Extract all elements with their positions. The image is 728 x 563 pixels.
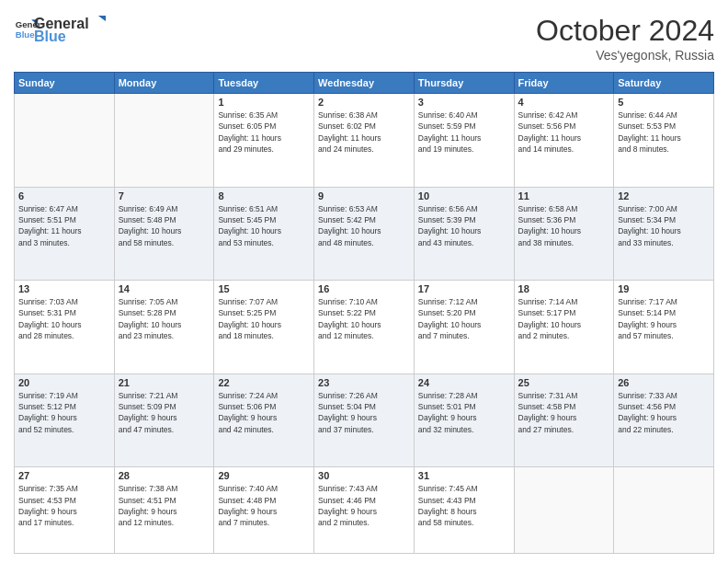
day-number: 21: [119, 377, 210, 388]
day-info: Sunrise: 6:58 AMSunset: 5:36 PMDaylight:…: [518, 203, 610, 248]
day-info: Sunrise: 6:49 AMSunset: 5:48 PMDaylight:…: [119, 203, 210, 248]
table-row: 24Sunrise: 7:28 AMSunset: 5:01 PMDayligh…: [414, 373, 514, 467]
day-number: 26: [618, 377, 710, 388]
day-info: Sunrise: 7:14 AMSunset: 5:17 PMDaylight:…: [518, 296, 610, 341]
table-row: 28Sunrise: 7:38 AMSunset: 4:51 PMDayligh…: [114, 467, 214, 554]
day-number: 4: [518, 97, 610, 108]
day-info: Sunrise: 7:24 AMSunset: 5:06 PMDaylight:…: [218, 390, 310, 435]
table-row: 8Sunrise: 6:51 AMSunset: 5:45 PMDaylight…: [214, 187, 314, 281]
table-row: 4Sunrise: 6:42 AMSunset: 5:56 PMDaylight…: [514, 94, 614, 188]
day-info: Sunrise: 6:38 AMSunset: 6:02 PMDaylight:…: [318, 109, 410, 155]
day-info: Sunrise: 6:42 AMSunset: 5:56 PMDaylight:…: [518, 109, 610, 155]
day-info: Sunrise: 7:38 AMSunset: 4:51 PMDaylight:…: [119, 483, 210, 528]
day-info: Sunrise: 7:19 AMSunset: 5:12 PMDaylight:…: [18, 390, 110, 435]
day-number: 20: [18, 377, 110, 388]
day-number: 5: [618, 97, 710, 108]
header-friday: Friday: [514, 73, 614, 94]
day-number: 17: [418, 283, 510, 294]
header-tuesday: Tuesday: [214, 73, 314, 94]
day-info: Sunrise: 7:17 AMSunset: 5:14 PMDaylight:…: [618, 296, 710, 341]
table-row: 23Sunrise: 7:26 AMSunset: 5:04 PMDayligh…: [314, 373, 415, 467]
table-row: 26Sunrise: 7:33 AMSunset: 4:56 PMDayligh…: [614, 373, 714, 467]
table-row: 25Sunrise: 7:31 AMSunset: 4:58 PMDayligh…: [514, 373, 614, 467]
table-row: 27Sunrise: 7:35 AMSunset: 4:53 PMDayligh…: [15, 467, 115, 554]
day-info: Sunrise: 7:45 AMSunset: 4:43 PMDaylight:…: [418, 483, 510, 528]
day-info: Sunrise: 7:07 AMSunset: 5:25 PMDaylight:…: [218, 296, 310, 341]
day-number: 29: [218, 470, 310, 481]
table-row: 5Sunrise: 6:44 AMSunset: 5:53 PMDaylight…: [614, 94, 714, 188]
logo-blue: Blue: [34, 29, 106, 45]
table-row: 15Sunrise: 7:07 AMSunset: 5:25 PMDayligh…: [214, 281, 314, 374]
day-number: 15: [218, 283, 310, 294]
table-row: 3Sunrise: 6:40 AMSunset: 5:59 PMDaylight…: [414, 94, 514, 188]
day-info: Sunrise: 6:47 AMSunset: 5:51 PMDaylight:…: [18, 203, 110, 248]
day-number: 9: [318, 190, 410, 201]
day-info: Sunrise: 6:56 AMSunset: 5:39 PMDaylight:…: [418, 203, 510, 248]
table-row: 14Sunrise: 7:05 AMSunset: 5:28 PMDayligh…: [114, 281, 214, 374]
day-info: Sunrise: 7:00 AMSunset: 5:34 PMDaylight:…: [618, 203, 710, 248]
day-info: Sunrise: 6:35 AMSunset: 6:05 PMDaylight:…: [218, 109, 310, 155]
header-saturday: Saturday: [614, 73, 714, 94]
day-info: Sunrise: 7:35 AMSunset: 4:53 PMDaylight:…: [18, 483, 110, 528]
table-row: [614, 467, 714, 554]
table-row: 22Sunrise: 7:24 AMSunset: 5:06 PMDayligh…: [214, 373, 314, 467]
day-number: 18: [518, 283, 610, 294]
table-row: 29Sunrise: 7:40 AMSunset: 4:48 PMDayligh…: [214, 467, 314, 554]
day-info: Sunrise: 6:51 AMSunset: 5:45 PMDaylight:…: [218, 203, 310, 248]
day-info: Sunrise: 7:26 AMSunset: 5:04 PMDaylight:…: [318, 390, 410, 435]
table-row: [514, 467, 614, 554]
day-info: Sunrise: 7:28 AMSunset: 5:01 PMDaylight:…: [418, 390, 510, 435]
header-wednesday: Wednesday: [314, 73, 415, 94]
day-number: 31: [418, 470, 510, 481]
day-info: Sunrise: 7:05 AMSunset: 5:28 PMDaylight:…: [119, 296, 210, 341]
day-info: Sunrise: 7:31 AMSunset: 4:58 PMDaylight:…: [518, 390, 610, 435]
day-info: Sunrise: 7:43 AMSunset: 4:46 PMDaylight:…: [318, 483, 410, 528]
day-info: Sunrise: 6:53 AMSunset: 5:42 PMDaylight:…: [318, 203, 410, 248]
day-info: Sunrise: 7:21 AMSunset: 5:09 PMDaylight:…: [119, 390, 210, 435]
day-number: 2: [318, 97, 410, 108]
day-number: 14: [119, 283, 210, 294]
logo-bird-icon: [89, 14, 106, 29]
day-number: 10: [418, 190, 510, 201]
table-row: 9Sunrise: 6:53 AMSunset: 5:42 PMDaylight…: [314, 187, 415, 281]
table-row: 7Sunrise: 6:49 AMSunset: 5:48 PMDaylight…: [114, 187, 214, 281]
table-row: 17Sunrise: 7:12 AMSunset: 5:20 PMDayligh…: [414, 281, 514, 374]
day-info: Sunrise: 7:12 AMSunset: 5:20 PMDaylight:…: [418, 296, 510, 341]
day-number: 16: [318, 283, 410, 294]
svg-marker-5: [98, 16, 106, 21]
day-number: 8: [218, 190, 310, 201]
month-title: October 2024: [536, 14, 714, 48]
table-row: 21Sunrise: 7:21 AMSunset: 5:09 PMDayligh…: [114, 373, 214, 467]
location: Ves'yegonsk, Russia: [536, 48, 714, 63]
day-number: 24: [418, 377, 510, 388]
table-row: 2Sunrise: 6:38 AMSunset: 6:02 PMDaylight…: [314, 94, 415, 188]
day-info: Sunrise: 7:40 AMSunset: 4:48 PMDaylight:…: [218, 483, 310, 528]
day-number: 27: [18, 470, 110, 481]
calendar-header-row: Sunday Monday Tuesday Wednesday Thursday…: [15, 73, 714, 94]
table-row: 12Sunrise: 7:00 AMSunset: 5:34 PMDayligh…: [614, 187, 714, 281]
table-row: 31Sunrise: 7:45 AMSunset: 4:43 PMDayligh…: [414, 467, 514, 554]
table-row: [114, 94, 214, 188]
day-number: 22: [218, 377, 310, 388]
svg-text:Blue: Blue: [16, 29, 35, 40]
logo: General Blue General Blue: [14, 14, 106, 45]
table-row: 30Sunrise: 7:43 AMSunset: 4:46 PMDayligh…: [314, 467, 415, 554]
table-row: 16Sunrise: 7:10 AMSunset: 5:22 PMDayligh…: [314, 281, 415, 374]
day-number: 23: [318, 377, 410, 388]
day-number: 12: [618, 190, 710, 201]
page-header: General Blue General Blue October 2024 V…: [14, 14, 714, 63]
header-monday: Monday: [114, 73, 214, 94]
table-row: [15, 94, 115, 188]
table-row: 18Sunrise: 7:14 AMSunset: 5:17 PMDayligh…: [514, 281, 614, 374]
day-info: Sunrise: 6:44 AMSunset: 5:53 PMDaylight:…: [618, 109, 710, 155]
title-block: October 2024 Ves'yegonsk, Russia: [536, 14, 714, 63]
day-info: Sunrise: 6:40 AMSunset: 5:59 PMDaylight:…: [418, 109, 510, 155]
table-row: 20Sunrise: 7:19 AMSunset: 5:12 PMDayligh…: [15, 373, 115, 467]
day-number: 28: [119, 470, 210, 481]
table-row: 19Sunrise: 7:17 AMSunset: 5:14 PMDayligh…: [614, 281, 714, 374]
day-number: 30: [318, 470, 410, 481]
day-number: 1: [218, 97, 310, 108]
header-thursday: Thursday: [414, 73, 514, 94]
day-number: 7: [119, 190, 210, 201]
day-number: 11: [518, 190, 610, 201]
